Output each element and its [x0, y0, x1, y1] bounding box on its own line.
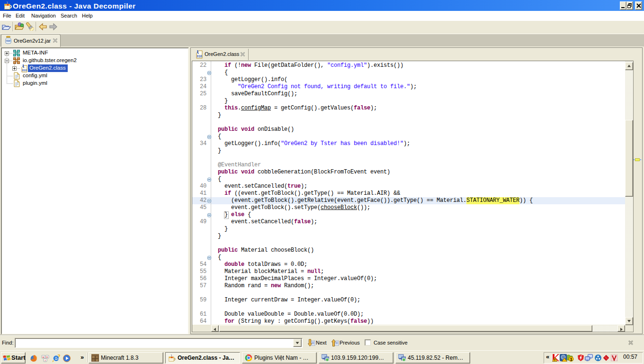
svg-text:010: 010	[6, 39, 10, 42]
svg-text:1: 1	[570, 357, 572, 362]
svg-text:010: 010	[197, 55, 202, 58]
svg-text:010: 010	[22, 69, 27, 72]
svg-text:u: u	[43, 355, 44, 358]
